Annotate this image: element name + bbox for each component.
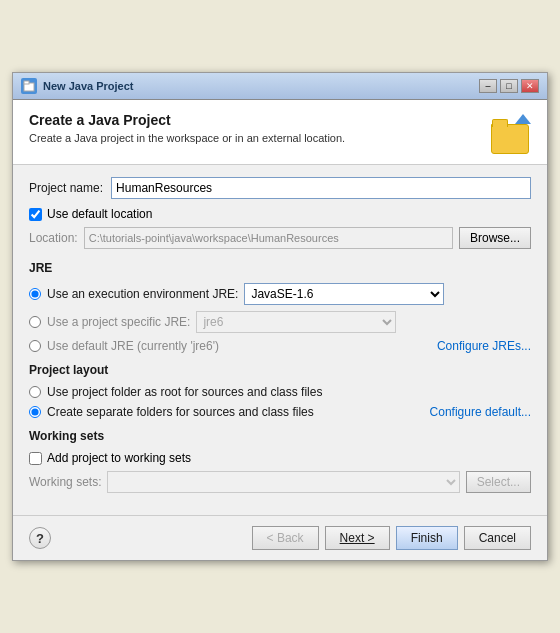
jre-title: JRE (29, 261, 531, 275)
configure-jres-link[interactable]: Configure JREs... (437, 339, 531, 353)
footer: ? < Back Next > Finish Cancel (13, 515, 547, 560)
jre-option2-row: Use a project specific JRE: jre6 (29, 311, 531, 333)
configure-default-link[interactable]: Configure default... (430, 405, 531, 419)
back-button[interactable]: < Back (252, 526, 319, 550)
layout-option1-row: Use project folder as root for sources a… (29, 385, 531, 399)
working-sets-title: Working sets (29, 429, 531, 443)
default-location-label[interactable]: Use default location (47, 207, 152, 221)
close-button[interactable]: ✕ (521, 79, 539, 93)
jre-environment-select[interactable]: JavaSE-1.6 (244, 283, 444, 305)
project-name-label: Project name: (29, 181, 103, 195)
location-input[interactable] (84, 227, 453, 249)
working-sets-select (107, 471, 459, 493)
folder-arrow (515, 114, 531, 124)
titlebar-buttons: – □ ✕ (479, 79, 539, 93)
new-java-project-dialog: New Java Project – □ ✕ Create a Java Pro… (12, 72, 548, 561)
add-to-working-sets-row: Add project to working sets (29, 451, 531, 465)
header-text: Create a Java Project Create a Java proj… (29, 112, 345, 144)
location-row: Location: Browse... (29, 227, 531, 249)
jre-option1-row: Use an execution environment JRE: JavaSE… (29, 283, 531, 305)
layout-option2-label[interactable]: Create separate folders for sources and … (47, 405, 314, 419)
header-icon (489, 112, 531, 154)
header-area: Create a Java Project Create a Java proj… (13, 100, 547, 165)
location-label: Location: (29, 231, 78, 245)
default-location-row: Use default location (29, 207, 531, 221)
project-name-input[interactable] (111, 177, 531, 199)
maximize-button[interactable]: □ (500, 79, 518, 93)
select-working-sets-button[interactable]: Select... (466, 471, 531, 493)
project-layout-section: Project layout Use project folder as roo… (29, 363, 531, 419)
svg-rect-1 (24, 81, 29, 84)
titlebar-title: New Java Project (43, 80, 473, 92)
content-area: Project name: Use default location Locat… (13, 165, 547, 515)
jre-option1-label[interactable]: Use an execution environment JRE: (47, 287, 238, 301)
working-sets-input-row: Working sets: Select... (29, 471, 531, 493)
jre-option3-label[interactable]: Use default JRE (currently 'jre6') (47, 339, 219, 353)
project-layout-title: Project layout (29, 363, 531, 377)
jre-option2-label[interactable]: Use a project specific JRE: (47, 315, 190, 329)
jre-specific-select: jre6 (196, 311, 396, 333)
jre-option3-radio[interactable] (29, 340, 41, 352)
cancel-button[interactable]: Cancel (464, 526, 531, 550)
header-title: Create a Java Project (29, 112, 345, 128)
add-working-sets-checkbox[interactable] (29, 452, 42, 465)
jre-option1-radio[interactable] (29, 288, 41, 300)
project-name-row: Project name: (29, 177, 531, 199)
minimize-button[interactable]: – (479, 79, 497, 93)
layout-option1-label[interactable]: Use project folder as root for sources a… (47, 385, 322, 399)
layout-option2-radio[interactable] (29, 406, 41, 418)
layout-option1-radio[interactable] (29, 386, 41, 398)
titlebar-icon (21, 78, 37, 94)
browse-button[interactable]: Browse... (459, 227, 531, 249)
add-working-sets-label[interactable]: Add project to working sets (47, 451, 191, 465)
finish-button[interactable]: Finish (396, 526, 458, 550)
layout-option2-row: Create separate folders for sources and … (29, 405, 531, 419)
titlebar: New Java Project – □ ✕ (13, 73, 547, 100)
working-sets-label: Working sets: (29, 475, 101, 489)
working-sets-section: Working sets Add project to working sets… (29, 429, 531, 493)
folder-shape (491, 124, 529, 154)
header-subtitle: Create a Java project in the workspace o… (29, 132, 345, 144)
jre-option2-radio[interactable] (29, 316, 41, 328)
content-inner: Project name: Use default location Locat… (29, 177, 531, 493)
footer-left: ? (29, 527, 51, 549)
help-button[interactable]: ? (29, 527, 51, 549)
next-button[interactable]: Next > (325, 526, 390, 550)
default-location-checkbox[interactable] (29, 208, 42, 221)
jre-section: JRE Use an execution environment JRE: Ja… (29, 261, 531, 353)
jre-option3-row: Use default JRE (currently 'jre6') Confi… (29, 339, 531, 353)
